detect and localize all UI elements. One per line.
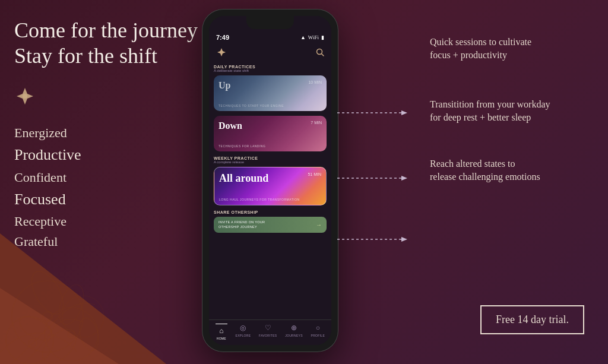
daily-practices-title: DAILY PRACTICES (214, 65, 327, 69)
card-down-time: 7 MIN (311, 121, 322, 125)
nav-favorites[interactable]: ♡ FAVORITES (259, 324, 277, 341)
card-down[interactable]: Down TECHNIQUES FOR LANDING 7 MIN (214, 116, 327, 151)
favorites-icon: ♡ (265, 324, 271, 333)
journeys-icon: ⊕ (291, 324, 297, 333)
state-productive: Productive (14, 143, 204, 167)
card-up[interactable]: Up TECHNIQUES TO START YOUR ENGINE 10 MI… (214, 75, 327, 111)
cta-container: Free 14 day trial. (480, 305, 584, 334)
card-allaround-label: All around (219, 172, 268, 185)
nav-favorites-label: FAVORITES (259, 334, 277, 337)
nav-home-underline (216, 324, 227, 325)
profile-icon: ○ (316, 324, 320, 333)
share-section: SHARE OTHERSHIP INVITE A FRIEND ON YOUR … (214, 210, 327, 233)
feature-2: Transitition from your workdayfor deep r… (430, 98, 596, 125)
phone-time: 7:49 (216, 34, 229, 41)
state-grateful: Grateful (14, 232, 204, 252)
status-icons: ▲ WiFi ▮ (300, 34, 324, 40)
card-allaround[interactable]: All around LONG HAUL JOURNEYS FOR TRANSF… (214, 167, 327, 205)
state-focused: Focused (14, 188, 204, 211)
nav-explore[interactable]: ◎ EXPLORE (236, 324, 251, 341)
feature-3: Reach altered states torelease challengi… (430, 157, 596, 184)
app-logo (216, 47, 227, 60)
home-icon: ⌂ (219, 327, 223, 335)
nav-home[interactable]: ⌂ HOME (216, 324, 227, 341)
phone-outer: 7:49 ▲ WiFi ▮ (202, 9, 338, 352)
nav-home-label: HOME (217, 337, 226, 340)
states-list: Energized Productive Confident Focused R… (14, 123, 204, 252)
headline: Come for the journey Stay for the shift (14, 18, 204, 69)
left-panel: Come for the journey Stay for the shift … (14, 18, 204, 252)
headline-line1: Come for the journey (14, 18, 204, 43)
search-icon[interactable] (316, 48, 324, 59)
brand-logo (14, 86, 204, 111)
share-card-text: INVITE A FRIEND ON YOUR OTHERSHIP JOURNE… (218, 220, 265, 229)
nav-explore-label: EXPLORE (236, 334, 251, 337)
share-card[interactable]: INVITE A FRIEND ON YOUR OTHERSHIP JOURNE… (214, 217, 327, 233)
bottom-nav: ⌂ HOME ◎ EXPLORE ♡ FAVORITES ⊕ JOURNEYS … (209, 319, 331, 346)
card-down-label: Down (218, 121, 242, 131)
card-allaround-time: 51 MIN (308, 172, 321, 176)
svg-line-14 (322, 54, 324, 56)
share-title: SHARE OTHERSHIP (214, 210, 327, 214)
screen-content: DAILY PRACTICES A deliberate state shift… (209, 65, 331, 233)
nav-journeys-label: JOURNEYS (285, 334, 303, 337)
share-arrow-icon: → (316, 221, 322, 228)
phone-mockup: 7:49 ▲ WiFi ▮ (202, 9, 338, 353)
daily-practices-section: DAILY PRACTICES A deliberate state shift… (214, 65, 327, 151)
state-confident: Confident (14, 167, 204, 188)
state-receptive: Receptive (14, 211, 204, 232)
phone-notch (246, 16, 294, 29)
explore-icon: ◎ (240, 324, 246, 333)
svg-point-12 (23, 94, 27, 99)
card-allaround-sublabel: LONG HAUL JOURNEYS FOR TRANSFORMATION (219, 198, 300, 201)
phone-screen: 7:49 ▲ WiFi ▮ (209, 16, 331, 345)
weekly-practice-section: WEEKLY PRACTICE A complete release All a… (214, 156, 327, 205)
headline-line2: Stay for the shift (14, 43, 204, 69)
right-panel: Quick sessions to cultivatefocus + produ… (430, 36, 596, 202)
card-down-sublabel: TECHNIQUES FOR LANDING (218, 144, 265, 148)
free-trial-button[interactable]: Free 14 day trial. (480, 305, 584, 334)
feature-3-text: Reach altered states torelease challengi… (430, 157, 596, 184)
nav-journeys[interactable]: ⊕ JOURNEYS (285, 324, 303, 341)
feature-1-text: Quick sessions to cultivatefocus + produ… (430, 36, 596, 62)
nav-profile-label: PROFILE (311, 334, 325, 337)
state-energized: Energized (14, 123, 204, 143)
weekly-practice-title: WEEKLY PRACTICE (214, 156, 327, 160)
feature-2-text: Transitition from your workdayfor deep r… (430, 98, 596, 125)
feature-1: Quick sessions to cultivatefocus + produ… (430, 36, 596, 62)
app-header (209, 45, 331, 65)
nav-profile[interactable]: ○ PROFILE (311, 324, 325, 341)
